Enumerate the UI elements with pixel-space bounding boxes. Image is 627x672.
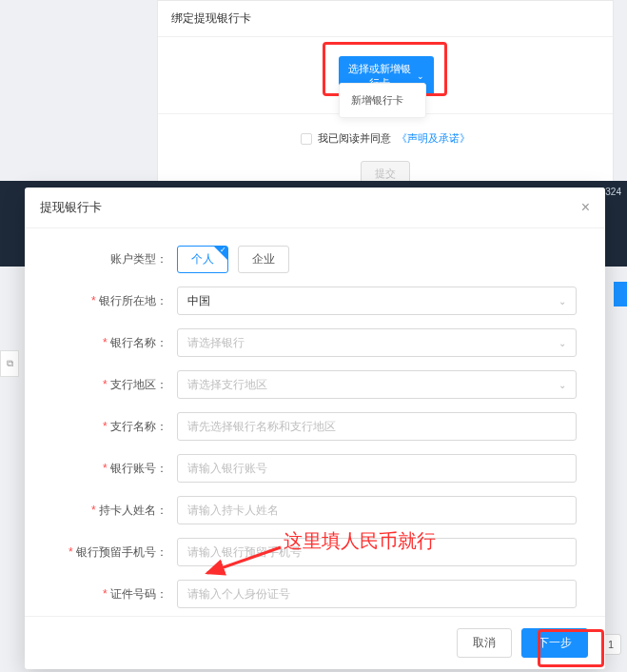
withdraw-card-modal: 提现银行卡 × 账户类型： 个人✓ 企业 银行所在地： 中国 ⌄	[25, 188, 605, 669]
modal-body: 账户类型： 个人✓ 企业 银行所在地： 中国 ⌄ 银行名	[25, 228, 605, 616]
bank-name-select[interactable]: 请选择银行 ⌄	[177, 328, 577, 357]
label-holder-name: 持卡人姓名：	[53, 503, 177, 519]
next-button[interactable]: 下一步	[521, 628, 588, 658]
close-icon[interactable]: ×	[581, 200, 590, 215]
holder-name-input[interactable]	[177, 496, 577, 524]
dropdown-menu: 新增银行卡	[339, 83, 426, 118]
branch-region-select[interactable]: 请选择支行地区 ⌄	[177, 370, 577, 399]
bank-country-value: 中国	[187, 293, 210, 309]
bank-account-input[interactable]	[177, 454, 577, 483]
chevron-down-icon: ⌄	[558, 338, 566, 348]
account-type-enterprise[interactable]: 企业	[238, 246, 289, 273]
phone-input[interactable]	[177, 538, 577, 566]
dropdown-item-add-card[interactable]: 新增银行卡	[340, 88, 425, 113]
terms-link[interactable]: 声明及承诺	[397, 131, 470, 146]
agree-row: 我已阅读并同意 声明及承诺	[158, 113, 613, 153]
label-id-no: 证件号码：	[53, 586, 177, 603]
side-fragment: ⧉	[0, 350, 19, 377]
account-type-personal[interactable]: 个人✓	[177, 246, 228, 273]
bank-country-select[interactable]: 中国 ⌄	[177, 287, 577, 315]
label-phone: 银行预留手机号：	[53, 544, 177, 561]
id-no-input[interactable]	[177, 580, 577, 608]
chevron-down-icon: ⌄	[558, 380, 566, 390]
modal-title: 提现银行卡	[40, 199, 102, 216]
label-branch-region: 支行地区：	[53, 377, 177, 393]
label-account-type: 账户类型：	[53, 251, 177, 267]
agree-checkbox[interactable]	[301, 133, 312, 145]
chevron-down-icon: ⌄	[417, 71, 424, 81]
agree-text: 我已阅读并同意	[318, 131, 391, 146]
section-title: 绑定提现银行卡	[158, 1, 613, 37]
label-bank-account: 银行账号：	[53, 461, 177, 477]
modal-header: 提现银行卡 ×	[25, 188, 605, 228]
label-bank-country: 银行所在地：	[53, 293, 177, 309]
chevron-down-icon: ⌄	[558, 296, 566, 306]
label-bank-name: 银行名称：	[53, 335, 177, 351]
bind-card-panel: 绑定提现银行卡 选择或新增银行卡 ⌄ 新增银行卡 我已阅读并同意 声明及承诺 提…	[157, 0, 614, 203]
cancel-button[interactable]: 取消	[457, 628, 512, 658]
label-branch-name: 支行名称：	[53, 419, 177, 435]
modal-footer: 取消 下一步	[25, 616, 605, 669]
blue-fragment	[614, 282, 627, 306]
panel-body: 选择或新增银行卡 ⌄ 新增银行卡	[158, 37, 613, 113]
branch-name-input[interactable]	[177, 412, 577, 441]
